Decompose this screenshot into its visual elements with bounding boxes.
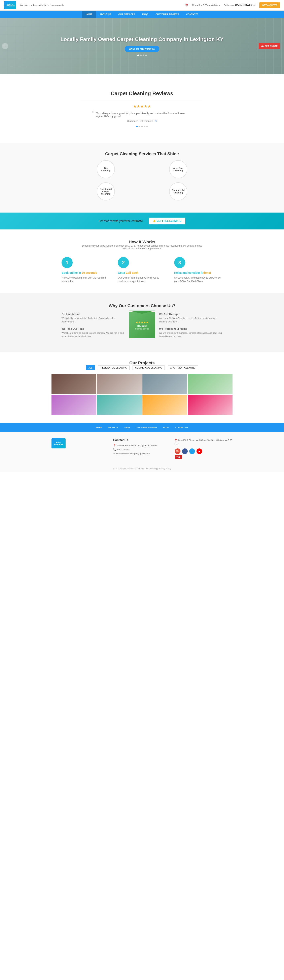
footer-nav-contact[interactable]: CONTACT US [173, 425, 190, 430]
footer-bottom: © 2024 What A Difference Carpet & Tile C… [0, 465, 284, 472]
nav-faqs[interactable]: FAQS [139, 11, 152, 18]
hero-dot-2[interactable] [140, 54, 141, 56]
review-text: Tom always does a great job, is super fr… [92, 112, 192, 118]
projects-grid [51, 374, 233, 415]
how-steps: 1 Book online in 30 seconds Fill out the… [62, 257, 222, 283]
free-estimate-button[interactable]: 🔔 GET FREE ESTIMATE [149, 218, 185, 224]
hero-quote-button[interactable]: 📅 GET QUOTE [259, 43, 280, 49]
nav-home[interactable]: HOME [82, 11, 96, 18]
top-bar: WHAT ADIFFERENCE We take our time so the… [0, 0, 284, 11]
step-title-2: Get a Call Back [118, 271, 166, 274]
hero-cta-button[interactable]: WANT TO KNOW MORE? [125, 46, 159, 52]
google-plus-icon[interactable]: G+ [175, 449, 181, 454]
reviewer-name: Kimberlee Blakeman via G [56, 120, 228, 123]
filter-apartment[interactable]: APARTMENT CLEANING [168, 365, 198, 370]
service-commercial[interactable]: Commercial Cleaning [144, 182, 213, 200]
hero-dot-3[interactable] [143, 54, 144, 56]
filter-all[interactable]: ALL [86, 365, 95, 370]
why-item-thorough-desc: We use a 13-Step Cleaning process for th… [159, 317, 222, 323]
why-title: Why Our Customers Choose Us? [4, 303, 280, 308]
get-quote-button[interactable]: GET A QUOTE [259, 2, 280, 8]
hero-section: ‹ Locally Family Owned Carpet Cleaning C… [0, 18, 284, 74]
footer-logo: WHAT ADIFFERENCE [51, 438, 65, 449]
footer-nav-faqs[interactable]: FAQS [122, 425, 132, 430]
review-navigation [56, 126, 228, 127]
review-dot-3[interactable] [141, 126, 143, 127]
yelp-badge[interactable]: yelp [175, 455, 182, 459]
how-subtitle: Scheduling your appointment is as easy a… [82, 244, 202, 250]
review-dot-5[interactable] [146, 126, 148, 127]
service-circle-commercial[interactable]: Commercial Cleaning [169, 182, 187, 200]
project-thumb-7[interactable] [143, 395, 187, 415]
youtube-icon[interactable]: ▶ [197, 449, 202, 454]
hours: Mon - Sun 8:00am - 8:00pm [192, 4, 220, 6]
service-tile-cleaning[interactable]: Tile Cleaning [71, 160, 140, 178]
top-bar-left: WHAT ADIFFERENCE We take our time so the… [4, 1, 64, 9]
reviews-content: Carpet Cleaning Reviews ★★★★★ " Tom alwa… [51, 82, 233, 135]
footer-nav-blog[interactable]: BLOG [161, 425, 171, 430]
why-item-protect: We Protect Your Home We will protect bot… [159, 327, 222, 338]
service-area-rug[interactable]: Area Rug Cleaning [144, 160, 213, 178]
why-section: Why Our Customers Choose Us? On time Arr… [0, 293, 284, 352]
hero-dot-1[interactable] [137, 54, 139, 56]
services-title: Carpet Cleaning Services That Shine [4, 151, 280, 156]
how-step-2: 2 Get a Call Back Our Owner, Tom Ingram … [118, 257, 166, 283]
footer-address: 📍 1360 Grayson Drive Lexington, KY 40514 [113, 444, 171, 448]
nav-about[interactable]: ABOUT US [96, 11, 115, 18]
step-desc-2: Our Owner, Tom Ingram will call you to c… [118, 276, 166, 283]
why-item-arrival: On time Arrival We typically arrive with… [62, 313, 125, 323]
project-thumb-5[interactable] [51, 395, 96, 415]
why-item-thorough: We Are Through We use a 13-Step Cleaning… [159, 313, 222, 323]
projects-filters: ALL RESIDENTIAL CLEANING COMMERCIAL CLEA… [4, 365, 280, 370]
review-stars: ★★★★★ [56, 104, 228, 109]
filter-residential[interactable]: RESIDENTIAL CLEANING [98, 365, 130, 370]
footer-nav: HOME ABOUT US FAQS CUSTOMER REVIEWS BLOG… [0, 423, 284, 432]
review-dot-4[interactable] [144, 126, 145, 127]
hero-prev-button[interactable]: ‹ [2, 43, 8, 49]
reviews-section: Carpet Cleaning Reviews ★★★★★ " Tom alwa… [0, 74, 284, 143]
service-circle-area-rug[interactable]: Area Rug Cleaning [169, 160, 187, 178]
project-thumb-4[interactable] [188, 374, 233, 394]
project-thumb-3[interactable] [143, 374, 187, 394]
service-circle-tile[interactable]: Tile Cleaning [97, 160, 115, 178]
services-section: Carpet Cleaning Services That Shine Tile… [0, 143, 284, 213]
how-step-3: 3 Relax and consider it done! Sit back, … [174, 257, 222, 283]
project-thumb-6[interactable] [97, 395, 142, 415]
footer-nav-home[interactable]: HOME [94, 425, 104, 430]
project-thumb-2[interactable] [97, 374, 142, 394]
filter-commercial[interactable]: COMMERCIAL CLEANING [133, 365, 165, 370]
footer-nav-reviews[interactable]: CUSTOMER REVIEWS [134, 425, 159, 430]
copyright-text: © 2024 What A Difference Carpet & Tile C… [113, 468, 171, 470]
footer-email: ✉ whatadifferencecarpet@gmail.com [113, 452, 171, 456]
badge-title: THE BEST [137, 325, 147, 327]
footer: WHAT ADIFFERENCE Contact Us 📍 1360 Grays… [0, 432, 284, 465]
tagline: We take our time so the job is done corr… [20, 4, 64, 6]
logo-area: WHAT ADIFFERENCE [4, 1, 16, 9]
step-desc-1: Fill out the booking form with the requi… [62, 276, 110, 283]
footer-nav-about[interactable]: ABOUT US [106, 425, 120, 430]
why-item-protect-title: We Protect Your Home [159, 327, 222, 330]
nav-reviews[interactable]: CUSTOMER REVIEWS [152, 11, 182, 18]
why-item-arrival-desc: We typically arrive within 15 minutes of… [62, 317, 125, 323]
review-dot-1[interactable] [136, 126, 138, 127]
service-circle-residential[interactable]: Residential Carpet Cleaning [97, 182, 115, 200]
twitter-icon[interactable]: t [189, 449, 195, 454]
why-item-arrival-title: On time Arrival [62, 313, 125, 316]
hero-dot-4[interactable] [145, 54, 147, 56]
footer-hours-social: ⏰ Mon-Fri: 8:00 am — 8:00 pm Sat-Sun: 8:… [175, 438, 233, 459]
nav-services[interactable]: OUR SERVICES [115, 11, 139, 18]
project-thumb-8[interactable] [188, 395, 233, 415]
nav-contacts[interactable]: CONTACTS [182, 11, 202, 18]
review-dot-2[interactable] [139, 126, 140, 127]
service-residential[interactable]: Residential Carpet Cleaning [71, 182, 140, 200]
estimate-text: Get started with your free estimate [99, 220, 143, 223]
facebook-icon[interactable]: f [182, 449, 188, 454]
services-grid: Tile Cleaning Area Rug Cleaning Resident… [71, 160, 213, 200]
why-item-protect-desc: We will protect both surfaces, corners, … [159, 331, 222, 338]
footer-phone-icon: 📞 [113, 448, 116, 451]
reviews-title: Carpet Cleaning Reviews [56, 91, 228, 97]
calendar-icon: 📅 [261, 45, 264, 47]
hero-title: Locally Family Owned Carpet Cleaning Com… [60, 36, 224, 43]
project-thumb-1[interactable] [51, 374, 96, 394]
navbar: HOME ABOUT US OUR SERVICES FAQS CUSTOMER… [0, 11, 284, 18]
